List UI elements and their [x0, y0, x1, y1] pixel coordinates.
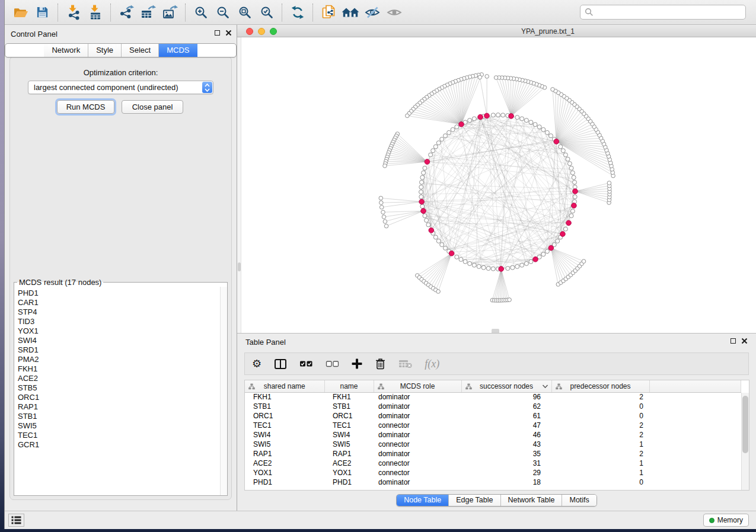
- mcds-result-item[interactable]: RAP1: [18, 402, 220, 412]
- cell-name[interactable]: PHD1: [324, 477, 374, 487]
- control-tab-mcds[interactable]: MCDS: [158, 44, 197, 57]
- splitter-knob[interactable]: [492, 329, 499, 333]
- network-canvas[interactable]: [237, 37, 756, 333]
- cell-shared-name[interactable]: ORC1: [245, 411, 324, 421]
- table-tab-motifs[interactable]: Motifs: [562, 495, 596, 506]
- cell-name[interactable]: SWI4: [324, 430, 374, 440]
- cell-successor-nodes[interactable]: 18: [461, 477, 551, 487]
- table-settings-button[interactable]: ⚙: [252, 358, 261, 369]
- cell-successor-nodes[interactable]: 47: [461, 421, 551, 430]
- cell-shared-name[interactable]: FKH1: [245, 392, 324, 402]
- optimization-criterion-select[interactable]: largest connected component (undirected): [28, 81, 213, 94]
- cell-name[interactable]: STB1: [324, 402, 374, 411]
- mcds-result-item[interactable]: FKH1: [18, 364, 220, 374]
- cell-successor-nodes[interactable]: 61: [461, 411, 551, 421]
- table-row[interactable]: YOX1YOX1connector291: [245, 468, 741, 477]
- table-row[interactable]: RAP1RAP1dominator352: [245, 449, 741, 459]
- cell-name[interactable]: YOX1: [324, 468, 374, 477]
- cell-name[interactable]: TEC1: [324, 421, 374, 430]
- column-header-mcds-role[interactable]: MCDS role: [374, 380, 461, 392]
- save-session-button[interactable]: [31, 3, 53, 22]
- cell-predecessor-nodes[interactable]: 2: [551, 449, 649, 459]
- run-mcds-button[interactable]: Run MCDS: [57, 100, 114, 114]
- mcds-result-item[interactable]: YOX1: [18, 326, 220, 336]
- cell-successor-nodes[interactable]: 62: [461, 402, 551, 411]
- control-tab-network[interactable]: Network: [44, 44, 88, 57]
- mcds-result-item[interactable]: STB5: [18, 383, 220, 393]
- float-panel-icon[interactable]: [731, 338, 736, 344]
- cell-successor-nodes[interactable]: 31: [461, 459, 551, 468]
- mcds-result-item[interactable]: GCR1: [18, 440, 220, 450]
- cell-successor-nodes[interactable]: 96: [461, 392, 551, 402]
- cell-shared-name[interactable]: ACE2: [245, 459, 324, 468]
- cell-mcds-role[interactable]: connector: [374, 468, 461, 477]
- table-row[interactable]: ACE2ACE2connector311: [245, 459, 741, 468]
- mcds-result-item[interactable]: SRD1: [18, 345, 220, 355]
- cell-successor-nodes[interactable]: 43: [461, 440, 551, 449]
- export-network-button[interactable]: [115, 3, 137, 22]
- cell-predecessor-nodes[interactable]: 1: [551, 468, 649, 477]
- cell-predecessor-nodes[interactable]: 0: [551, 402, 649, 411]
- cell-name[interactable]: FKH1: [324, 392, 374, 402]
- cell-mcds-role[interactable]: connector: [374, 421, 461, 430]
- show-columns-button[interactable]: [274, 358, 287, 370]
- control-tab-style[interactable]: Style: [88, 44, 121, 57]
- delete-table-button[interactable]: [398, 359, 412, 368]
- cell-predecessor-nodes[interactable]: 1: [551, 459, 649, 468]
- cell-predecessor-nodes[interactable]: 2: [551, 392, 649, 402]
- cell-shared-name[interactable]: STB1: [245, 402, 324, 411]
- table-tab-node-table[interactable]: Node Table: [397, 495, 448, 506]
- cell-shared-name[interactable]: PHD1: [245, 477, 324, 487]
- cell-shared-name[interactable]: YOX1: [245, 468, 324, 477]
- mcds-result-item[interactable]: STP4: [18, 307, 220, 317]
- column-header-successor-nodes[interactable]: successor nodes: [461, 380, 551, 392]
- first-neighbors-button[interactable]: [339, 3, 361, 22]
- cell-successor-nodes[interactable]: 46: [461, 430, 551, 440]
- mcds-result-item[interactable]: SWI5: [18, 421, 220, 431]
- search-field[interactable]: [580, 5, 746, 20]
- cell-mcds-role[interactable]: dominator: [374, 392, 461, 402]
- panel-menu-button[interactable]: [8, 514, 24, 527]
- export-table-button[interactable]: [137, 3, 159, 22]
- window-minimize-button[interactable]: [258, 28, 265, 35]
- window-zoom-button[interactable]: [270, 28, 277, 35]
- select-all-button[interactable]: [299, 358, 313, 369]
- clone-network-button[interactable]: [317, 3, 339, 22]
- table-row[interactable]: TEC1TEC1connector472: [245, 421, 741, 430]
- window-close-button[interactable]: [246, 28, 253, 35]
- table-row[interactable]: SWI4SWI4dominator462: [245, 430, 741, 440]
- cell-shared-name[interactable]: RAP1: [245, 449, 324, 459]
- mcds-result-item[interactable]: PHD1: [18, 289, 220, 298]
- cell-mcds-role[interactable]: dominator: [374, 430, 461, 440]
- cell-mcds-role[interactable]: connector: [374, 459, 461, 468]
- cell-predecessor-nodes[interactable]: 0: [551, 477, 649, 487]
- zoom-out-button[interactable]: [212, 3, 234, 22]
- network-window-titlebar[interactable]: YPA_prune.txt_1: [237, 25, 756, 37]
- cell-mcds-role[interactable]: dominator: [374, 477, 461, 487]
- float-panel-icon[interactable]: [215, 30, 220, 36]
- cell-name[interactable]: ACE2: [324, 459, 374, 468]
- show-all-button[interactable]: [383, 3, 405, 22]
- table-row[interactable]: FKH1FKH1dominator962: [245, 392, 741, 402]
- mcds-result-item[interactable]: ORC1: [18, 393, 220, 402]
- column-header-predecessor-nodes[interactable]: predecessor nodes: [551, 380, 649, 392]
- network-vertical-scrollbar[interactable]: [237, 37, 241, 333]
- cell-predecessor-nodes[interactable]: 0: [551, 411, 649, 421]
- table-row[interactable]: STB1STB1dominator620: [245, 402, 741, 411]
- column-header-name[interactable]: name: [324, 380, 374, 392]
- search-input[interactable]: [594, 6, 745, 18]
- open-file-button[interactable]: [9, 3, 31, 22]
- mcds-result-item[interactable]: CAR1: [18, 298, 220, 307]
- network-graph[interactable]: [237, 37, 756, 333]
- cell-predecessor-nodes[interactable]: 2: [551, 430, 649, 440]
- function-builder-button[interactable]: f(x): [425, 358, 439, 370]
- deselect-all-button[interactable]: [326, 358, 339, 369]
- close-panel-icon[interactable]: [741, 338, 748, 344]
- table-tab-edge-table[interactable]: Edge Table: [448, 495, 500, 506]
- cell-successor-nodes[interactable]: 35: [461, 449, 551, 459]
- table-row[interactable]: PHD1PHD1dominator180: [245, 477, 741, 487]
- cell-shared-name[interactable]: SWI4: [245, 430, 324, 440]
- export-image-button[interactable]: [159, 3, 181, 22]
- cell-successor-nodes[interactable]: 29: [461, 468, 551, 477]
- cell-shared-name[interactable]: TEC1: [245, 421, 324, 430]
